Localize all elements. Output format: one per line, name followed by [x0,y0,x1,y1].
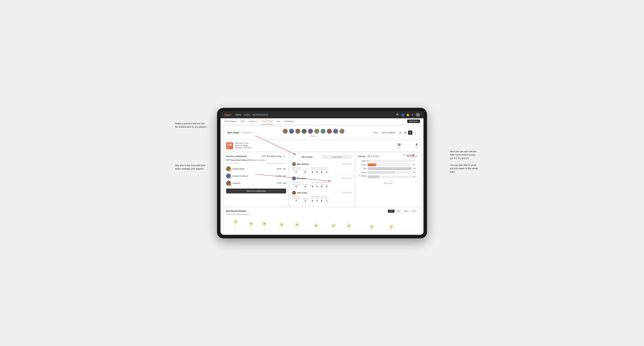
dbogeys-label: D. Bogeys + [358,175,366,179]
annotation-top-right: Here you can see how the team have score… [450,150,478,174]
pa-rounds-label-3: Total Rounds [292,196,308,197]
lb-col-avg: PB AVG SQ [277,163,286,164]
bell-icon[interactable]: 🔔 [406,113,409,116]
streak-point-1: 7x [234,220,238,231]
nav-performance[interactable]: My Performance [253,113,268,117]
nav-teams[interactable]: Teams [244,113,250,117]
eagles-label: Eagles [358,160,366,162]
streak-point-2: 6x [249,222,253,231]
nav-icons: 🔍 👥 🔔 ⚙ U ▾ [396,113,420,117]
team-name: Team Clippd [227,131,239,134]
pa-name-1: Blair McHarg [297,163,309,165]
pa-app-3: APP 0 [316,198,319,202]
eagles-value: 3 [413,160,418,162]
birdies-bar [368,163,376,166]
chart-row-birdies: Birdies 96 [358,163,418,166]
pa-app-1: APP 0 [316,169,319,173]
player-filter-dropdown[interactable]: All Players ▾ [406,155,418,158]
ipad-frame: clippd Home Teams My Performance 🔍 👥 🔔 ⚙… [217,108,427,238]
pa-avatar-3 [292,191,296,195]
lb-badge-bronze: 3 [229,184,231,186]
sub-nav-hcaps[interactable]: Hcaps 1-5 [248,118,258,124]
scoring-card: Scoring Par 3, 4 & 5s ▾ All Players ▾ [356,153,420,206]
user-avatar[interactable]: U ▾ [416,113,420,117]
activity-tabs: Most Active Least Active [292,155,352,159]
three-column-layout: Practice Leaderboards PUTT Must Make Put… [224,153,420,206]
lb-avg-3: 103 [283,182,286,184]
leaderboard-title: Practice Leaderboards [226,155,247,157]
streak-point-8: 4x [347,224,351,231]
player-avatar [326,128,332,134]
lb-player-3: 3 Cameron... [226,181,275,185]
pa-rounds-label-1: Total Rounds [292,167,308,169]
main-content: Team Clippd | 14 Players ✏ [220,125,424,235]
sub-nav: PGAT Players PGA Hcaps 1-5 Team Clippd T… [220,118,424,125]
settings-icon[interactable]: ⚙ [412,113,414,116]
lb-badge-silver: 2 [229,177,231,179]
streaks-filters: OTT APP ARG PUTT [388,210,418,213]
tab-least-active[interactable]: Least Active [322,155,352,159]
par-filter-dropdown[interactable]: Par 3, 4 & 5s ▾ [366,155,380,158]
pa-putt-2: PUTT 0 [325,183,329,188]
streaks-filter-arg[interactable]: ARG [402,210,410,213]
player-avatar [320,128,326,134]
pa-practice-3: Practice 2 [302,198,308,202]
card-view-icon[interactable]: ⊟ [408,131,412,135]
streaks-filter-ott[interactable]: OTT [388,210,394,213]
nav-home[interactable]: Home [235,113,241,117]
lb-avatar-3: 3 [226,181,231,185]
pa-ott-3: OTT 0 [311,198,314,202]
search-icon[interactable]: 🔍 [396,113,399,116]
lb-avg-1: 110 [283,168,286,170]
list-view-icon[interactable]: ▦ [403,131,408,135]
scoring-chart: Eagles 3 Birdies [358,160,418,184]
player-avatar [308,128,313,134]
shot-details: Shot Dist: 16 yds Start Lie: Rough End L… [235,142,395,149]
sub-nav-all-players[interactable]: All Players [284,118,294,124]
show-filter: Show: Last 3 months ▾ ⊞ ▦ ⊟ ≡ [373,131,417,135]
lb-avatar-2: 2 [226,173,231,178]
pa-name-2: Rees Britt [297,177,306,179]
sub-nav-team-clippd[interactable]: Team Clippd [262,118,273,124]
add-team-button[interactable]: Add Team [407,120,420,123]
bogeys-label: Bogeys [358,172,366,173]
sub-nav-pga[interactable]: PGA [240,118,245,124]
pa-rounds-label-2: Total Rounds [292,181,308,183]
streaks-subtitle: Off The Tee, Fairway Accuracy [226,213,418,215]
streak-point-7: 4x [332,224,336,231]
sub-nav-pgat[interactable]: PGAT Players [224,118,237,124]
pa-name-3: Josh Coles [297,192,307,194]
view-leaderboard-button[interactable]: View Full Leaderboard [226,188,286,193]
player-avatar [314,128,320,134]
grid-view-icon[interactable]: ⊞ [398,131,402,135]
people-icon[interactable]: 👥 [401,113,404,116]
pa-avatar-2 [292,176,296,180]
bogeys-value: 311 [413,172,418,173]
show-dropdown[interactable]: Last 3 months ▾ [380,131,397,135]
birdies-bar-container [368,163,412,166]
streaks-filter-app[interactable]: APP [395,210,402,213]
streaks-filter-putt[interactable]: PUTT [410,210,418,213]
lb-player-2: 2 Edward Crossman [226,173,275,178]
pa-arg-3: ARG 0 [320,198,324,202]
edit-icon[interactable]: ✏ [252,132,254,134]
leaderboard-dropdown[interactable]: PUTT Must Make Putting ... ▾ [260,155,286,158]
pa-activities-group-3: Total Practice Activities OTT 0 APP [311,196,329,202]
pa-practice-2: Practice 4 [302,183,308,188]
pa-date-2: 02 Sep 2023 [342,177,352,179]
meter-start: 16 yds [397,143,401,148]
birdies-value: 96 [413,164,418,166]
tab-most-active[interactable]: Most Active [292,155,322,159]
table-view-icon[interactable]: ≡ [413,131,417,135]
dbogeys-bar-container [368,175,412,178]
pa-player-2: Rees Britt [292,176,306,180]
pars-label: Pars [358,168,366,170]
streaks-card: Best Round Streaks OTT APP ARG PUTT Off … [224,208,420,233]
lb-avatar-1: 1 [226,166,231,171]
lb-col-player: PLAYER NAME [226,163,265,164]
pa-stats-1: Total Rounds Tournament 7 Practice [292,167,352,173]
lb-name-2: Edward Crossman [232,175,248,177]
pa-tournament-3: Tournament 7 [292,198,300,202]
streak-point-5: 5x [295,223,299,231]
sub-nav-tour[interactable]: Tour [276,118,281,124]
